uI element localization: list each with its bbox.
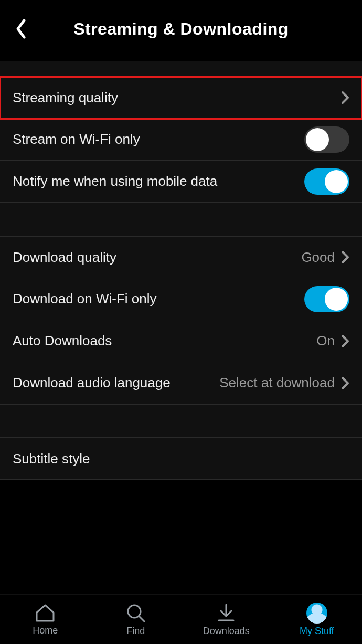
toggle-knob xyxy=(325,288,348,311)
download-wifi-only-toggle[interactable] xyxy=(304,286,349,312)
subtitle-group: Subtitle style xyxy=(0,438,362,480)
download-quality-value: Good xyxy=(301,249,335,266)
auto-downloads-row[interactable]: Auto Downloads On xyxy=(0,320,362,362)
header: Streaming & Downloading xyxy=(0,0,362,58)
nav-mystuff-label: My Stuff xyxy=(300,626,334,637)
nav-find[interactable]: Find xyxy=(91,595,182,644)
streaming-quality-label: Streaming quality xyxy=(13,90,341,106)
download-wifi-only-row: Download on Wi-Fi only xyxy=(0,278,362,320)
download-audio-language-label: Download audio language xyxy=(13,375,219,391)
auto-downloads-label: Auto Downloads xyxy=(13,333,316,349)
home-icon xyxy=(35,603,56,623)
download-icon xyxy=(216,603,237,624)
settings-content: Streaming quality Stream on Wi-Fi only N… xyxy=(0,61,362,594)
notify-mobile-data-label: Notify me when using mobile data xyxy=(13,173,304,189)
avatar-icon xyxy=(306,603,327,624)
subtitle-style-row[interactable]: Subtitle style xyxy=(0,438,362,480)
section-spacer xyxy=(0,404,362,438)
notify-mobile-data-row: Notify me when using mobile data xyxy=(0,161,362,203)
page-title: Streaming & Downloading xyxy=(10,19,352,39)
streaming-quality-row[interactable]: Streaming quality xyxy=(0,77,362,119)
chevron-right-icon xyxy=(341,376,349,390)
download-quality-label: Download quality xyxy=(13,249,301,266)
streaming-group: Streaming quality Stream on Wi-Fi only N… xyxy=(0,77,362,203)
stream-wifi-only-label: Stream on Wi-Fi only xyxy=(13,131,304,147)
toggle-knob xyxy=(306,128,329,151)
nav-home-label: Home xyxy=(33,625,58,636)
stream-wifi-only-toggle[interactable] xyxy=(304,126,349,153)
search-icon xyxy=(125,603,146,624)
nav-mystuff[interactable]: My Stuff xyxy=(272,595,363,644)
download-audio-language-row[interactable]: Download audio language Select at downlo… xyxy=(0,362,362,404)
auto-downloads-value: On xyxy=(316,333,335,349)
subtitle-style-label: Subtitle style xyxy=(13,451,349,467)
chevron-right-icon xyxy=(341,334,349,348)
download-wifi-only-label: Download on Wi-Fi only xyxy=(13,291,304,307)
chevron-right-icon xyxy=(341,250,349,264)
download-audio-language-value: Select at download xyxy=(219,375,335,391)
notify-mobile-data-toggle[interactable] xyxy=(304,168,349,195)
nav-downloads-label: Downloads xyxy=(203,626,250,637)
stream-wifi-only-row: Stream on Wi-Fi only xyxy=(0,119,362,161)
download-quality-row[interactable]: Download quality Good xyxy=(0,236,362,278)
nav-find-label: Find xyxy=(126,626,145,637)
section-spacer xyxy=(0,203,362,236)
svg-line-1 xyxy=(139,616,144,621)
bottom-nav: Home Find Downloads My Stuff xyxy=(0,594,362,644)
download-group: Download quality Good Download on Wi-Fi … xyxy=(0,236,362,404)
nav-downloads[interactable]: Downloads xyxy=(181,595,272,644)
chevron-right-icon xyxy=(341,91,349,104)
nav-home[interactable]: Home xyxy=(0,595,91,644)
toggle-knob xyxy=(325,170,348,193)
